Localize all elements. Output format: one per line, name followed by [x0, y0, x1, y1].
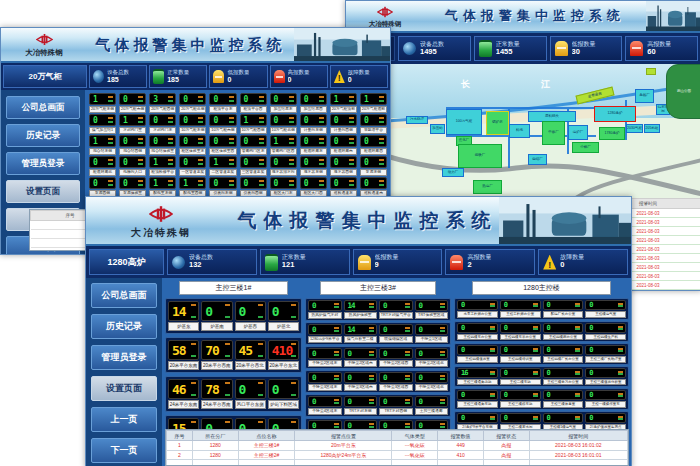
led-value: 0: [202, 304, 212, 319]
led-display: 0: [270, 93, 297, 105]
sensor-label: 1280高炉9米平台: [308, 336, 342, 343]
led-value: 0: [458, 324, 464, 332]
sidebar-item-设置页面[interactable]: 设置页面: [91, 376, 157, 401]
normal-icon: [153, 69, 164, 84]
sidebar-item-设置页面[interactable]: 设置页面: [6, 180, 80, 203]
sensor-label: 喷煤烟煤区域: [379, 336, 413, 343]
sensor-label: 10万气柜南侧: [209, 127, 236, 134]
led-value: 0: [345, 373, 352, 382]
panel-主控三楼3#: 主控三楼3#0热风炉煤气水封14热风炉值班室0TRT水封煤气平台0TRT值班室区…: [305, 280, 451, 429]
map-block-动力厂[interactable]: 动力厂: [442, 168, 464, 177]
led-display: 0: [89, 177, 116, 189]
map-block-电炉厂[interactable]: 电炉厂: [568, 125, 588, 140]
sensor-group: 0主控三楼东侧0TRT本体区域0TRT发电区域0主控楼3楼通道: [305, 418, 451, 429]
sensor-label: 主控工程师办公室: [500, 311, 541, 318]
sensor-cell: 0主控二楼东边: [500, 368, 541, 386]
sidebar-item-公司总画面[interactable]: 公司总画面: [6, 96, 80, 119]
titlebar[interactable]: 大冶特殊钢 气体报警集中监控系统: [1, 28, 390, 63]
map-block-料场[interactable]: 料场: [509, 124, 530, 138]
map-block-热电厂[interactable]: 热电厂: [473, 180, 502, 194]
led-value: 0: [416, 421, 423, 429]
led-display: 0: [300, 93, 327, 105]
status-value: 1495: [420, 48, 444, 57]
sensor-cell: 0柜底环廊南: [330, 135, 357, 155]
sensor-cell: 1二区管道支架: [209, 156, 236, 176]
sensor-cell: 1配电室东侧: [149, 177, 176, 197]
status-bar: 20万气柜 设备总数185正常数量185低报数量0高报数量0故障数量0: [1, 63, 390, 90]
led-display: 0: [415, 300, 449, 311]
page-label: 20万气柜: [3, 65, 87, 88]
sensor-cell: 0凝水器排水间: [270, 156, 297, 176]
map-block-小棒厂[interactable]: 小棒厂: [572, 142, 599, 153]
sidebar-item-管理员登录[interactable]: 管理员登录: [91, 345, 157, 370]
sensor-cell: 320万气柜西侧: [149, 93, 176, 113]
led-value: 0: [120, 137, 127, 146]
alarm-table[interactable]: 序号所在分厂点位名称报警点位置气体类型报警数值报警状态报警时间11280主控三楼…: [165, 429, 629, 466]
titlebar[interactable]: 大冶特殊钢 气体报警集中监控系统: [346, 1, 700, 33]
led-display: 1: [330, 93, 357, 105]
led-value: 0: [269, 382, 279, 397]
led-value: 0: [210, 179, 217, 188]
led-display: 0: [500, 300, 541, 310]
led-display: 0: [119, 93, 146, 105]
led-value: 0: [309, 349, 316, 358]
sidebar-item-下一页[interactable]: 下一页: [91, 438, 157, 463]
map-block-205机组[interactable]: 205机组: [644, 124, 660, 133]
sidebar-item-公司总画面[interactable]: 公司总画面: [91, 283, 157, 308]
status-bar: 1280高炉 设备总数132正常数量121低报数量9高报数量2故障数量0: [86, 246, 631, 278]
led-display: 0: [360, 135, 387, 147]
status-boxes: 设备总数1495正常数量1455低报数量30高报数量60: [398, 36, 698, 61]
status-value: 0: [348, 76, 370, 84]
map-block-1780高炉[interactable]: 1780高炉: [599, 127, 625, 140]
led-value: 0: [416, 373, 423, 382]
led-display: 0: [585, 323, 626, 333]
map-block-西山公园[interactable]: 西山公园: [666, 64, 700, 119]
map-block-锅炉房[interactable]: 锅炉房: [486, 111, 509, 135]
sensor-cell: 0干除尘2区域西: [379, 348, 413, 367]
sensor-cell: 0TRT值班室区域: [415, 300, 449, 319]
sensor-cell: 0干除尘2区域东: [308, 348, 342, 367]
led-display: 1: [119, 114, 146, 126]
sensor-group: 0主控四楼值班室0主控四楼培训室0主控四楼厂长办公室0主控三楼厂长助理室: [454, 343, 629, 365]
sensor-cell: 0主控三楼东侧: [308, 420, 342, 429]
sensor-label: 管廊阀门区东: [240, 148, 267, 155]
map-block-中板厂[interactable]: 中板厂: [542, 121, 565, 145]
map-block-area[interactable]: [646, 68, 656, 75]
sensor-cell: 14煤气分析室二楼: [344, 324, 378, 343]
led-value: 0: [544, 301, 550, 309]
map-block-加压站[interactable]: 加压站: [430, 124, 445, 134]
sensor-cell: 0主控三楼学习办公室: [543, 368, 584, 386]
status-value: 9: [375, 261, 399, 270]
map-block-2030气柜[interactable]: 2030气柜: [626, 124, 643, 133]
led-display: 0: [415, 348, 449, 359]
led-display: 0: [179, 135, 206, 147]
map-block-高线厂[interactable]: 高线厂: [635, 89, 654, 103]
led-value: 0: [309, 421, 316, 429]
sensor-label: 柜区值班室西: [209, 148, 236, 155]
sidebar-item-管理员登录[interactable]: 管理员登录: [6, 152, 80, 175]
sensor-cell: 01280高炉9米平台: [308, 324, 342, 343]
sensor-label: 24米平台西南: [201, 400, 232, 409]
map-block-污水处理[interactable]: 污水处理: [406, 116, 428, 124]
led-value: 0: [331, 179, 338, 188]
sidebar-item-历史记录[interactable]: 历史记录: [91, 314, 157, 339]
sensor-label: 主控三楼通廊东边: [457, 401, 498, 408]
led-value: 0: [345, 397, 352, 406]
map-block-炼铁厂[interactable]: 炼铁厂: [458, 144, 502, 168]
sensor-cell: 0一区管道支架: [179, 156, 206, 176]
led-display: 0: [457, 323, 498, 333]
sidebar-item-上一页[interactable]: 上一页: [91, 407, 157, 432]
sensor-cell: 0主控三楼值班分析室: [585, 368, 626, 386]
led-display: 0: [344, 420, 378, 429]
status-value: 0: [227, 76, 249, 84]
map-block-1280高炉[interactable]: 1280高炉: [594, 106, 636, 122]
map-block-100万气柜[interactable]: 100万气柜: [446, 109, 482, 135]
titlebar[interactable]: 大冶特殊钢 气体报警集中监控系统: [86, 197, 631, 246]
led-display: 0: [457, 413, 498, 423]
map-block-烧结厂[interactable]: 烧结厂: [528, 154, 547, 165]
sensor-cell: 5820米平台东南: [168, 340, 199, 370]
led-display: 0: [543, 390, 584, 400]
panel-主控三楼1#: 主控三楼1#14炉基东0炉基南0炉基西0炉基北5820米平台东南7020米平台西…: [165, 280, 302, 429]
sidebar-item-历史记录[interactable]: 历史记录: [6, 124, 80, 147]
sensor-cell: 120万气柜东侧: [89, 93, 116, 113]
